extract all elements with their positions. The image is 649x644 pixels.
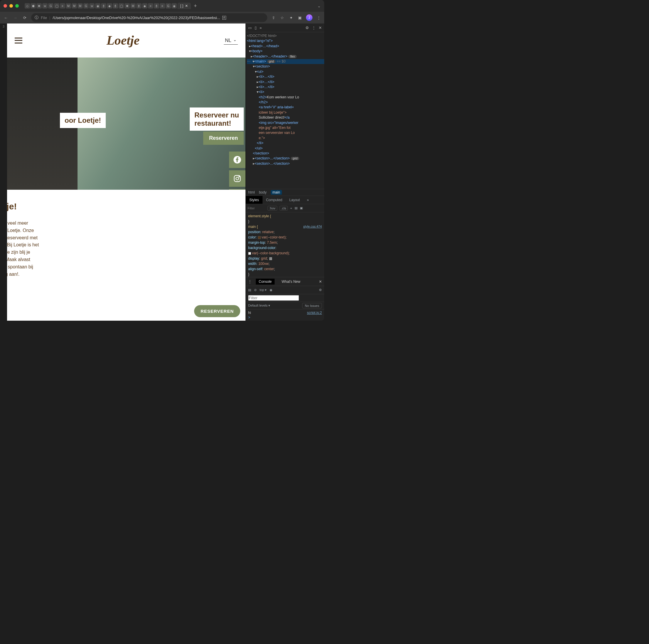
- gear-icon[interactable]: ⚙: [319, 288, 322, 292]
- log-source[interactable]: script.js:2: [307, 311, 322, 315]
- window-titlebar: ◇ ⬢ ✱ w G ◯ ≡ M M M G w ◉ ₿ ◆ ₿ ◯ ✱ M ₿ …: [0, 0, 324, 12]
- favicon[interactable]: w: [42, 3, 48, 8]
- clear-console-icon[interactable]: ⊘: [254, 288, 257, 292]
- styles-tabs: Styles Computed Layout »: [246, 196, 324, 204]
- reload-button[interactable]: ⟳: [22, 15, 28, 20]
- maximize-window-button[interactable]: [15, 4, 19, 8]
- minimize-window-button[interactable]: [9, 4, 13, 8]
- info-icon: ⓘ: [35, 15, 39, 20]
- reserve-button[interactable]: Reserveren: [203, 132, 244, 145]
- add-rule-icon[interactable]: +: [290, 207, 292, 210]
- active-tab[interactable]: [ ] ✕: [177, 3, 191, 9]
- intro-section: ij Loetje! fstuk en nog veel meer ten ee…: [7, 190, 81, 278]
- hov-toggle[interactable]: :hov: [267, 206, 277, 211]
- tab-layout[interactable]: Layout: [286, 196, 303, 204]
- favicon[interactable]: ⬢: [31, 3, 36, 8]
- gear-icon[interactable]: ⚙: [305, 26, 309, 30]
- more-tabs-icon[interactable]: »: [260, 26, 262, 30]
- console-filter-input[interactable]: [248, 295, 299, 301]
- inspect-icon[interactable]: ▭: [248, 26, 252, 30]
- console-drawer: ⋮ Console What's New ✕ ▤ ⊘ top ▾ ◉ ⚙: [246, 277, 324, 321]
- more-tabs-icon[interactable]: »: [303, 196, 312, 204]
- sidebar-toggle-icon[interactable]: ▤: [248, 288, 251, 292]
- hamburger-menu-button[interactable]: [15, 38, 22, 43]
- favicon[interactable]: ≡: [60, 3, 65, 8]
- breadcrumb-item[interactable]: main: [271, 190, 282, 195]
- favicon[interactable]: M: [66, 3, 71, 8]
- new-tab-button[interactable]: +: [191, 3, 200, 9]
- log-message: hi: [248, 311, 251, 315]
- computed-icon[interactable]: ▤: [295, 206, 298, 210]
- console-output[interactable]: hiscript.js:2 >: [246, 309, 324, 321]
- panel-icon[interactable]: ▣: [297, 15, 302, 20]
- breadcrumb-item[interactable]: body: [259, 190, 267, 195]
- kebab-menu-icon[interactable]: ⋮: [316, 15, 321, 20]
- favicon[interactable]: G: [48, 3, 53, 8]
- favicon[interactable]: ₿: [113, 3, 118, 8]
- tab-styles[interactable]: Styles: [246, 196, 263, 204]
- svg-point-3: [239, 176, 239, 177]
- url-bar[interactable]: ⓘ File | /Users/jopmolenaar/Desktop/OneD…: [31, 13, 267, 22]
- console-prompt[interactable]: >: [248, 315, 322, 319]
- favicon[interactable]: ◆: [142, 3, 147, 8]
- live-expression-icon[interactable]: ◉: [270, 288, 272, 292]
- share-icon[interactable]: ⇧: [271, 15, 276, 20]
- tab-console[interactable]: Console: [256, 279, 274, 285]
- tab-close-icon[interactable]: ✕: [185, 4, 188, 8]
- reserve-floating-button[interactable]: RESERVEREN: [194, 305, 240, 317]
- dom-breadcrumb[interactable]: html body main: [246, 189, 324, 196]
- back-button[interactable]: ←: [3, 15, 9, 20]
- levels-select[interactable]: Default levels ▾: [248, 304, 270, 307]
- favicon[interactable]: M: [72, 3, 77, 8]
- close-window-button[interactable]: [3, 4, 7, 8]
- favicon[interactable]: w: [89, 3, 94, 8]
- context-select[interactable]: top ▾: [260, 288, 267, 292]
- tab-whatsnew[interactable]: What's New: [279, 279, 303, 285]
- favicon[interactable]: ₿: [136, 3, 141, 8]
- favicon[interactable]: ≡: [148, 3, 153, 8]
- favicon[interactable]: G: [166, 3, 171, 8]
- favicon[interactable]: ◇: [25, 3, 30, 8]
- tab-favicon: [ ]: [180, 4, 183, 8]
- toggle-icon[interactable]: ▣: [300, 206, 303, 210]
- favicon[interactable]: M: [130, 3, 136, 8]
- kebab-menu-icon[interactable]: ⋮: [312, 26, 316, 30]
- favicon[interactable]: ₿: [101, 3, 106, 8]
- favicon[interactable]: ≡: [160, 3, 165, 8]
- drawer-menu-icon[interactable]: ⋮: [248, 280, 252, 284]
- gutter-line-number: 3: [0, 25, 7, 28]
- instagram-icon[interactable]: [229, 170, 246, 187]
- favicon[interactable]: M: [78, 3, 83, 8]
- hero-image-right: oor Loetje! Reserveer nu restaurant! Res…: [78, 57, 246, 190]
- device-icon[interactable]: ▯: [255, 26, 257, 30]
- favicon[interactable]: ✱: [36, 3, 42, 8]
- linkedin-icon[interactable]: [229, 189, 246, 190]
- breadcrumb-item[interactable]: html: [248, 190, 255, 195]
- extensions-icon[interactable]: ✦: [288, 15, 294, 20]
- tab-computed[interactable]: Computed: [263, 196, 286, 204]
- favicon[interactable]: G: [83, 3, 89, 8]
- bookmark-icon[interactable]: ☆: [279, 15, 285, 20]
- favicon[interactable]: ◆: [107, 3, 112, 8]
- favicon[interactable]: ✱: [125, 3, 130, 8]
- filter-input[interactable]: [248, 207, 265, 210]
- favicon[interactable]: ₿: [154, 3, 159, 8]
- issues-badge[interactable]: No Issues: [302, 303, 322, 308]
- favicon[interactable]: ◉: [95, 3, 100, 8]
- facebook-icon[interactable]: [229, 152, 246, 168]
- favicon[interactable]: ◯: [119, 3, 124, 8]
- styles-filterbar: :hov .cls + ▤ ▣: [246, 204, 324, 212]
- forward-button[interactable]: →: [12, 15, 18, 20]
- close-icon[interactable]: ✕: [319, 280, 322, 284]
- chevron-down-icon[interactable]: ⌄: [317, 4, 321, 8]
- editor-gutter: 3: [0, 24, 7, 321]
- css-rules[interactable]: element.style { } style.css:474main { po…: [246, 212, 324, 277]
- cls-toggle[interactable]: .cls: [279, 206, 288, 211]
- translate-icon[interactable]: 🄰: [222, 15, 226, 20]
- close-icon[interactable]: ✕: [319, 26, 322, 30]
- favicon[interactable]: ◉: [172, 3, 177, 8]
- profile-avatar[interactable]: J: [306, 14, 312, 21]
- favicon[interactable]: ◯: [54, 3, 59, 8]
- language-select[interactable]: NL: [224, 36, 238, 45]
- elements-tree[interactable]: <!DOCTYPE html> <html lang="nl"> ▸<head>…: [246, 32, 324, 189]
